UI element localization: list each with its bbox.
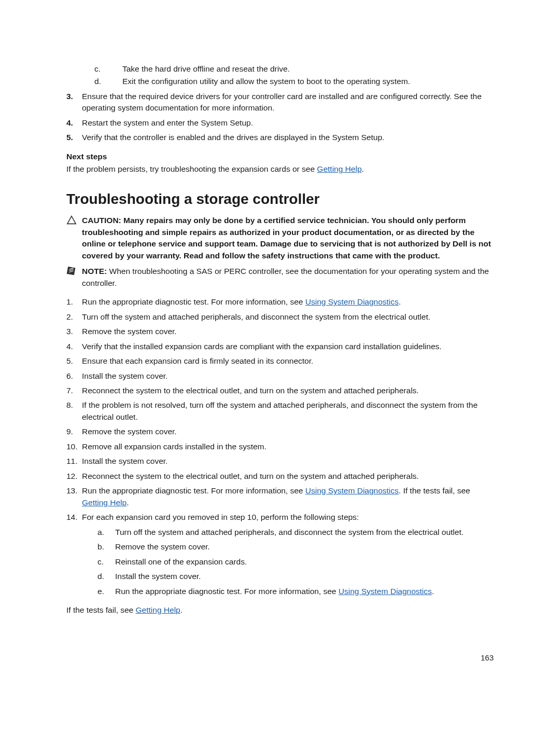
item-marker: e. — [97, 586, 115, 597]
item-marker: 2. — [66, 311, 82, 323]
item-text: Remove all expansion cards installed in … — [82, 441, 494, 452]
getting-help-link[interactable]: Getting Help — [317, 164, 361, 173]
item-marker: 1. — [66, 296, 82, 308]
item-marker: 3. — [66, 326, 82, 337]
document-page: c. Take the hard drive offline and resea… — [0, 0, 560, 695]
next-steps-heading: Next steps — [66, 151, 494, 162]
item-text: Remove the system cover. — [82, 426, 494, 437]
item-text: Install the system cover. — [82, 456, 494, 467]
item-text: Run the appropriate diagnostic test. For… — [82, 296, 494, 308]
item-text: Take the hard drive offline and reseat t… — [122, 63, 494, 75]
item-text: Remove the system cover. — [82, 326, 494, 337]
prev-alpha-list: c. Take the hard drive offline and resea… — [94, 63, 494, 88]
item-text: Ensure that each expansion card is firml… — [82, 355, 494, 367]
item-marker: 7. — [66, 385, 82, 396]
list-item: 1. Run the appropriate diagnostic test. … — [66, 296, 494, 308]
item-marker: b. — [97, 541, 115, 553]
item-marker: 10. — [66, 441, 82, 452]
sub-steps-list: a.Turn off the system and attached perip… — [82, 527, 494, 597]
page-title: Troubleshooting a storage controller — [66, 189, 494, 210]
list-item: 9.Remove the system cover. — [66, 426, 494, 437]
diagnostics-link[interactable]: Using System Diagnostics — [305, 486, 399, 495]
item-text: Verify that the controller is enabled an… — [82, 132, 494, 143]
item-text: If the problem is not resolved, turn off… — [82, 399, 494, 423]
item-text: For each expansion card you removed in s… — [82, 512, 494, 597]
item-text: Restart the system and enter the System … — [82, 117, 494, 129]
caution-label: CAUTION: — [82, 216, 123, 225]
item-text: Reinstall one of the expansion cards. — [115, 556, 494, 568]
note-text: When troubleshooting a SAS or PERC contr… — [82, 267, 489, 287]
note-callout: NOTE: When troubleshooting a SAS or PERC… — [66, 266, 494, 289]
caution-callout: CAUTION: Many repairs may only be done b… — [66, 215, 494, 261]
item-marker: 4. — [66, 117, 82, 129]
list-item: d.Install the system cover. — [97, 571, 494, 582]
item-marker: c. — [94, 63, 122, 75]
text: . — [362, 164, 364, 173]
item-marker: a. — [97, 527, 115, 538]
list-item: 12.Reconnect the system to the electrica… — [66, 471, 494, 482]
list-item: 5. Verify that the controller is enabled… — [66, 132, 494, 143]
note-body: NOTE: When troubleshooting a SAS or PERC… — [82, 266, 494, 289]
closing-text: If the tests fail, see Getting Help. — [66, 604, 494, 616]
main-steps-list: 1. Run the appropriate diagnostic test. … — [66, 296, 494, 597]
list-item: 14. For each expansion card you removed … — [66, 512, 494, 597]
item-marker: d. — [94, 76, 122, 87]
list-item: a.Turn off the system and attached perip… — [97, 527, 494, 538]
note-label: NOTE: — [82, 267, 109, 275]
getting-help-link[interactable]: Getting Help — [82, 498, 127, 507]
item-marker: 4. — [66, 341, 82, 352]
item-marker: 5. — [66, 132, 82, 143]
list-item: 8.If the problem is not resolved, turn o… — [66, 399, 494, 423]
item-text: Turn off the system and attached periphe… — [115, 527, 494, 538]
item-text: Ensure that the required device drivers … — [82, 91, 494, 114]
item-marker: 6. — [66, 370, 82, 382]
item-text: Install the system cover. — [115, 571, 494, 582]
svg-rect-0 — [67, 267, 76, 275]
item-marker: 3. — [66, 91, 82, 114]
list-item: 6.Install the system cover. — [66, 370, 494, 382]
item-marker: 5. — [66, 355, 82, 367]
item-marker: 11. — [66, 456, 82, 467]
text: If the tests fail, see — [66, 605, 136, 614]
list-item: 3. Ensure that the required device drive… — [66, 91, 494, 114]
caution-icon — [66, 215, 82, 261]
item-marker: 14. — [66, 512, 82, 597]
list-item: 11.Install the system cover. — [66, 456, 494, 467]
item-text: Install the system cover. — [82, 370, 494, 382]
getting-help-link[interactable]: Getting Help — [136, 605, 180, 614]
list-item: 4. Restart the system and enter the Syst… — [66, 117, 494, 129]
prev-num-list: 3. Ensure that the required device drive… — [66, 91, 494, 144]
text: . — [180, 605, 183, 614]
item-marker: 9. — [66, 426, 82, 437]
note-icon — [66, 266, 82, 289]
item-text: Reconnect the system to the electrical o… — [82, 471, 494, 482]
item-text: Verify that the installed expansion card… — [82, 341, 494, 352]
list-item: 7.Reconnect the system to the electrical… — [66, 385, 494, 396]
list-item: c.Reinstall one of the expansion cards. — [97, 556, 494, 568]
item-marker: c. — [97, 556, 115, 568]
item-marker: 13. — [66, 485, 82, 508]
list-item: 10.Remove all expansion cards installed … — [66, 441, 494, 452]
item-text: Run the appropriate diagnostic test. For… — [82, 485, 494, 508]
item-text: Remove the system cover. — [115, 541, 494, 553]
item-text: Reconnect the system to the electrical o… — [82, 385, 494, 396]
list-item: 13. Run the appropriate diagnostic test.… — [66, 485, 494, 508]
item-marker: 8. — [66, 399, 82, 423]
list-item: 5.Ensure that each expansion card is fir… — [66, 355, 494, 367]
diagnostics-link[interactable]: Using System Diagnostics — [339, 587, 432, 596]
page-number: 163 — [66, 652, 494, 664]
item-marker: d. — [97, 571, 115, 582]
list-item: b.Remove the system cover. — [97, 541, 494, 553]
list-item: e. Run the appropriate diagnostic test. … — [97, 586, 494, 597]
item-text: Run the appropriate diagnostic test. For… — [115, 586, 494, 597]
caution-body: CAUTION: Many repairs may only be done b… — [82, 215, 494, 261]
list-item: c. Take the hard drive offline and resea… — [94, 63, 494, 75]
next-steps-text: If the problem persists, try troubleshoo… — [66, 163, 494, 175]
diagnostics-link[interactable]: Using System Diagnostics — [305, 297, 399, 306]
caution-text: Many repairs may only be done by a certi… — [82, 216, 491, 259]
item-marker: 12. — [66, 471, 82, 482]
text: If the problem persists, try troubleshoo… — [66, 164, 317, 173]
item-text: Exit the configuration utility and allow… — [122, 76, 494, 87]
list-item: d. Exit the configuration utility and al… — [94, 76, 494, 87]
list-item: 2.Turn off the system and attached perip… — [66, 311, 494, 323]
